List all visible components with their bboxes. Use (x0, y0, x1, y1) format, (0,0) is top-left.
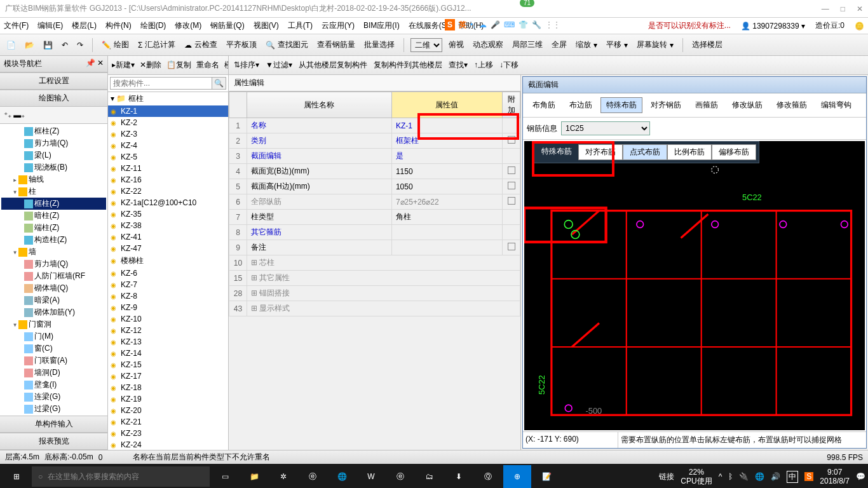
prop-row[interactable]: 7柱类型角柱 (229, 210, 520, 225)
component-item[interactable]: KZ-38 (108, 220, 228, 231)
menu-rebar[interactable]: 钢筋量(Q) (210, 20, 244, 31)
tray-bt-icon[interactable]: ᛒ (728, 472, 733, 481)
tray-power-icon[interactable]: 🔌 (739, 472, 749, 481)
redo-icon[interactable]: ↷ (74, 39, 86, 51)
tray-sogou-icon[interactable]: S (804, 472, 813, 481)
subtab-point[interactable]: 点式布筋 (623, 144, 667, 160)
rename-button[interactable]: 重命名 (196, 60, 219, 71)
subtab-align[interactable]: 对齐布筋 (578, 144, 623, 160)
prop-row[interactable]: 8其它箍筋 (229, 225, 520, 240)
app-fan-icon[interactable]: ✲ (269, 465, 297, 488)
search-icon[interactable]: 🔍 (212, 77, 226, 90)
maximize-icon[interactable]: □ (841, 4, 845, 13)
account-label[interactable]: 👤 13907298339 ▾ (741, 22, 805, 30)
ime-skin-icon[interactable]: 👕 (519, 20, 528, 29)
select-floor-button[interactable]: 选择楼层 (689, 38, 725, 51)
menu-component[interactable]: 构件(N) (105, 20, 132, 31)
prop-row[interactable]: 43⊞ 显示样式 (229, 301, 520, 316)
nav-node[interactable]: 门联窗(A) (1, 355, 106, 367)
tab-report-preview[interactable]: 报表预览 (0, 433, 107, 450)
delete-component-button[interactable]: ✕删除 (140, 60, 161, 71)
nav-node[interactable]: ▸ 轴线 (1, 173, 106, 186)
minimize-icon[interactable]: — (822, 4, 829, 13)
flat-roof-button[interactable]: 平齐板顶 (224, 38, 259, 51)
nav-node[interactable]: 过梁(G) (1, 403, 106, 415)
menu-cloud[interactable]: 云应用(Y) (322, 20, 355, 31)
nav-node[interactable]: 人防门框墙(RF (1, 270, 106, 282)
component-item[interactable]: KZ-20 (108, 405, 228, 416)
prop-row[interactable]: 28⊞ 锚固搭接 (229, 286, 520, 301)
app-ie-icon[interactable]: ⓔ (386, 465, 414, 488)
search-input[interactable] (110, 77, 212, 90)
find-graph-button[interactable]: 🔍查找图元 (263, 38, 311, 51)
app-dl-icon[interactable]: ⬇ (445, 465, 473, 488)
dim-combo[interactable]: 二维 (410, 38, 442, 52)
component-item[interactable]: KZ-23 (108, 428, 228, 439)
ime-cloud-icon[interactable]: ☁ (479, 20, 487, 29)
cloud-check-button[interactable]: ☁ 云检查 (182, 38, 220, 51)
component-item[interactable]: KZ-8 (108, 290, 228, 302)
property-table[interactable]: 属性名称 属性值 附加 1名称KZ-12类别框架柱3截面编辑是4截面宽(B边)(… (229, 92, 520, 316)
component-item[interactable]: KZ-9 (108, 302, 228, 313)
app-folder-icon[interactable]: 📁 (240, 465, 268, 488)
section-tab[interactable]: 布边筋 (564, 97, 598, 113)
pan-button[interactable]: 平移 ▾ (604, 38, 630, 51)
component-item[interactable]: KZ-18 (108, 382, 228, 393)
component-item[interactable]: KZ-15 (108, 359, 228, 370)
section-tab[interactable]: 画箍筋 (689, 97, 724, 113)
component-item[interactable]: KZ-16 (108, 174, 228, 186)
app-q-icon[interactable]: Ⓠ (474, 465, 502, 488)
fullscreen-button[interactable]: 全屏 (549, 38, 569, 51)
overlook-button[interactable]: 俯视 (446, 38, 466, 51)
sum-button[interactable]: Σ 汇总计算 (135, 38, 178, 51)
nav-node[interactable]: ▾ 墙 (1, 246, 106, 258)
section-tab[interactable]: 特殊布筋 (600, 97, 642, 113)
prop-row[interactable]: 10⊞ 芯柱 (229, 255, 520, 271)
pin-icon[interactable]: 📌 ✕ (86, 58, 104, 69)
section-tab[interactable]: 对齐钢筋 (645, 97, 687, 113)
subtab-offset[interactable]: 偏移布筋 (712, 144, 756, 160)
view-rebar-button[interactable]: 查看钢筋量 (315, 38, 358, 51)
component-item[interactable]: KZ-1a[C12@100+C10 (108, 197, 228, 208)
nav-node[interactable]: 剪力墙(Q) (1, 137, 106, 149)
nav-node[interactable]: 连梁(G) (1, 391, 106, 403)
partial-3d-button[interactable]: 局部三维 (510, 38, 545, 51)
menu-modify[interactable]: 修改(M) (175, 20, 201, 31)
prop-row[interactable]: 6全部纵筋7⌀25+26⌀22 (229, 194, 520, 210)
prop-row[interactable]: 1名称KZ-1 (229, 118, 520, 133)
component-item[interactable]: 楼梯柱 (108, 254, 228, 268)
component-list[interactable]: ▾ 📁 框柱KZ-1KZ-2KZ-3KZ-4KZ-5KZ-11KZ-16KZ-2… (108, 92, 228, 450)
rotate-screen-button[interactable]: 屏幕旋转 ▾ (634, 38, 676, 51)
complist-header[interactable]: ▾ 📁 框柱 (108, 92, 228, 105)
app-explorer-icon[interactable]: 🗂 (416, 465, 444, 488)
nav-node[interactable]: 剪力墙(Q) (1, 258, 106, 270)
prop-row[interactable]: 4截面宽(B边)(mm)1150 (229, 164, 520, 179)
app-active-icon[interactable]: ⊕ (503, 465, 531, 488)
nav-node[interactable]: 暗柱(Z) (1, 210, 106, 222)
nav-node[interactable]: 墙洞(D) (1, 367, 106, 379)
component-item[interactable]: KZ-21 (108, 416, 228, 428)
component-item[interactable]: KZ-6 (108, 268, 228, 279)
component-item[interactable]: KZ-41 (108, 231, 228, 243)
nav-node[interactable]: 构造柱(Z) (1, 234, 106, 246)
dynamic-view-button[interactable]: 动态观察 (470, 38, 506, 51)
app-word-icon[interactable]: W (357, 465, 385, 488)
new-icon[interactable]: 📄 (4, 39, 18, 51)
section-tab[interactable]: 布角筋 (527, 97, 561, 113)
section-tabs[interactable]: 布角筋布边筋特殊布筋对齐钢筋画箍筋修改纵筋修改箍筋编辑弯钩 (523, 93, 866, 118)
find-button[interactable]: 查找▾ (449, 60, 468, 71)
ime-lang[interactable]: 英 (459, 20, 466, 30)
nav-node[interactable]: 门(M) (1, 330, 106, 342)
batch-select-button[interactable]: 批量选择 (362, 38, 397, 51)
component-item[interactable]: KZ-22 (108, 186, 228, 197)
copy-to-floor-button[interactable]: 复制构件到其他楼层 (374, 60, 442, 71)
nav-node[interactable]: 现浇板(B) (1, 161, 106, 173)
sort-button[interactable]: ⇅排序▾ (234, 60, 259, 71)
component-item[interactable]: KZ-10 (108, 313, 228, 325)
prop-row[interactable]: 9备注 (229, 240, 520, 255)
copy-from-floor-button[interactable]: 从其他楼层复制构件 (299, 60, 367, 71)
menu-bim[interactable]: BIM应用(I) (363, 20, 400, 31)
draw-button[interactable]: ✏️绘图 (99, 38, 132, 51)
nav-node[interactable]: ▾ 门窗洞 (1, 318, 106, 330)
move-up-button[interactable]: ↑上移 (474, 60, 493, 71)
